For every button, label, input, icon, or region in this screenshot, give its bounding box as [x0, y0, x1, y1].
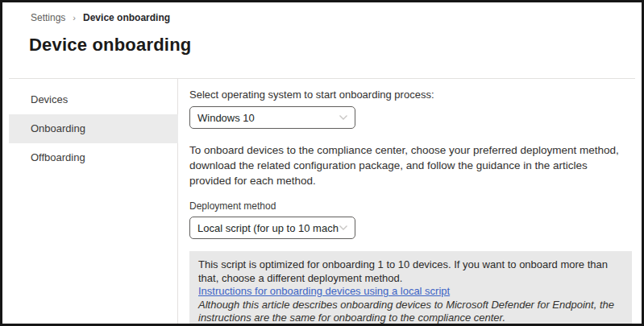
local-script-info-box: This script is optimized for onboarding … [189, 251, 632, 326]
chevron-down-icon [339, 225, 348, 231]
deployment-method-value: Local script (for up to 10 machines) [197, 222, 339, 234]
sidebar-item-offboarding[interactable]: Offboarding [9, 143, 178, 172]
breadcrumb-settings-link[interactable]: Settings [31, 12, 65, 23]
deployment-method-dropdown[interactable]: Local script (for up to 10 machines) [189, 217, 355, 239]
device-onboarding-page: Settings › Device onboarding Device onbo… [0, 0, 644, 326]
sidebar-item-onboarding[interactable]: Onboarding [9, 114, 178, 143]
instructions-link[interactable]: Instructions for onboarding devices usin… [198, 285, 450, 299]
onboarding-content-panel: Select operating system to start onboard… [189, 89, 632, 324]
page-title: Device onboarding [29, 35, 191, 56]
os-select-value: Windows 10 [197, 112, 339, 124]
breadcrumb-current-page: Device onboarding [83, 12, 170, 23]
os-select-label: Select operating system to start onboard… [189, 89, 632, 101]
info-box-text: This script is optimized for onboarding … [198, 258, 622, 285]
chevron-right-icon: › [73, 13, 76, 23]
breadcrumb: Settings › Device onboarding [31, 12, 170, 23]
intro-paragraph: To onboard devices to the compliance cen… [189, 142, 632, 188]
info-box-note: Although this article describes onboardi… [198, 299, 622, 325]
chevron-down-icon [339, 114, 348, 121]
sidebar-item-devices[interactable]: Devices [9, 85, 178, 114]
deployment-method-label: Deployment method [189, 200, 632, 212]
os-select-dropdown[interactable]: Windows 10 [189, 106, 355, 129]
settings-sidebar: Devices Onboarding Offboarding [2, 79, 178, 324]
